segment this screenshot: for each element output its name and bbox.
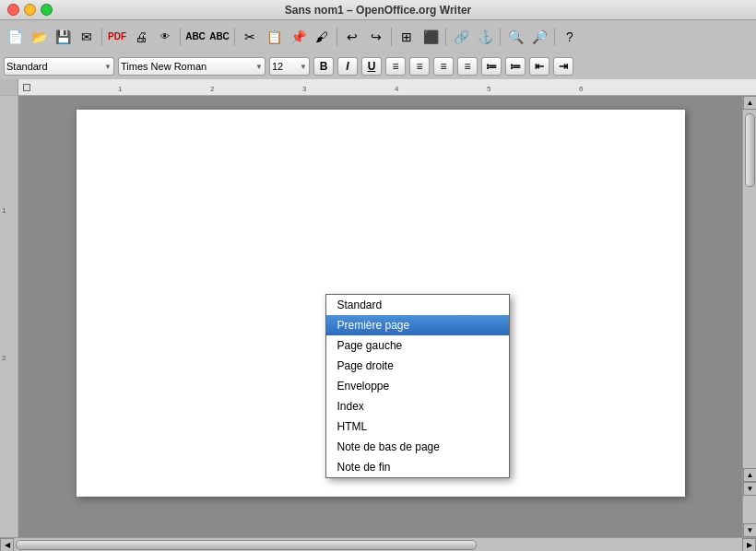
help-icon[interactable]: ? — [559, 26, 581, 48]
size-select[interactable]: 12 ▼ — [269, 57, 310, 76]
undo-icon[interactable]: ↩ — [341, 26, 363, 48]
zoom-icon[interactable]: 🔎 — [528, 26, 550, 48]
separator — [337, 28, 337, 46]
scroll-thumb[interactable] — [745, 113, 755, 187]
zoom-in-icon[interactable]: 🔍 — [504, 26, 526, 48]
autocorrect-icon[interactable]: ABC — [208, 26, 230, 48]
menu-item-html[interactable]: HTML — [326, 416, 509, 437]
menu-item-note-bas[interactable]: Note de bas de page — [326, 437, 509, 457]
ruler-tick-5: 5 — [487, 85, 490, 93]
menu-item-page-droite[interactable]: Page droite — [326, 356, 509, 376]
open-icon[interactable]: 📂 — [28, 26, 50, 48]
formatting-toolbar: Standard ▼ Times New Roman ▼ 12 ▼ B I U … — [0, 53, 756, 79]
scroll-page-down-button[interactable]: ▼ — [743, 482, 756, 496]
menu-item-premiere-page[interactable]: Première page — [326, 315, 509, 335]
cut-icon[interactable]: ✂ — [239, 26, 261, 48]
hyperlink-icon[interactable]: 🔗 — [450, 26, 472, 48]
paste-icon[interactable]: 📌 — [287, 26, 309, 48]
titlebar: Sans nom1 – OpenOffice.org Writer — [0, 0, 756, 20]
size-arrow-icon: ▼ — [300, 63, 307, 71]
ruler-corner — [0, 79, 18, 95]
list-unordered-button[interactable]: ≔ — [505, 57, 526, 76]
menu-item-standard[interactable]: Standard — [326, 295, 509, 315]
ruler-tick-3: 3 — [302, 85, 306, 93]
preview-icon[interactable]: 👁 — [154, 26, 176, 48]
font-select[interactable]: Times New Roman ▼ — [118, 57, 266, 76]
style-arrow-icon: ▼ — [104, 63, 112, 71]
document-page: Standard Première page Page gauche Page … — [77, 110, 685, 497]
scroll-right-button[interactable]: ▶ — [742, 538, 756, 552]
list-ordered-button[interactable]: ≔ — [481, 57, 502, 76]
ruler-tick-1: 1 — [118, 85, 122, 93]
left-gutter: 1 2 — [0, 96, 18, 537]
print-icon[interactable]: 🖨 — [130, 26, 152, 48]
minimize-button[interactable] — [24, 4, 36, 16]
align-left-button[interactable]: ≡ — [385, 57, 406, 76]
indent-decrease-button[interactable]: ⇤ — [529, 57, 549, 76]
menu-item-enveloppe[interactable]: Enveloppe — [326, 376, 509, 396]
insert-icon[interactable]: ⬛ — [419, 26, 442, 48]
save-icon[interactable]: 💾 — [52, 26, 74, 48]
clone-icon[interactable]: 🖌 — [311, 26, 333, 48]
separator — [500, 28, 501, 46]
document-area[interactable]: Standard Première page Page gauche Page … — [18, 96, 742, 537]
email-icon[interactable]: ✉ — [76, 26, 98, 48]
indent-increase-button[interactable]: ⇥ — [553, 57, 573, 76]
horizontal-scrollbar[interactable]: ◀ ▶ — [0, 537, 756, 551]
content-area: 1 2 Standard Première page Page gauche P… — [0, 96, 756, 551]
scroll-down-button[interactable]: ▼ — [743, 523, 756, 537]
separator — [101, 28, 102, 46]
style-value: Standard — [6, 61, 48, 72]
main-row: 1 2 Standard Première page Page gauche P… — [0, 96, 756, 537]
anchor-icon[interactable]: ⚓ — [474, 26, 496, 48]
scroll-left-button[interactable]: ◀ — [0, 538, 14, 552]
align-center-button[interactable]: ≡ — [409, 57, 430, 76]
copy-icon[interactable]: 📋 — [263, 26, 285, 48]
align-justify-button[interactable]: ≡ — [457, 57, 478, 76]
new-icon[interactable]: 📄 — [4, 26, 26, 48]
left-indent-marker — [23, 84, 30, 91]
vertical-scrollbar[interactable]: ▲ ▲ ▼ ▼ — [742, 96, 756, 537]
bold-button[interactable]: B — [313, 57, 334, 76]
close-button[interactable] — [7, 4, 19, 16]
menu-item-page-gauche[interactable]: Page gauche — [326, 335, 509, 356]
style-select[interactable]: Standard ▼ — [4, 57, 114, 76]
window-title: Sans nom1 – OpenOffice.org Writer — [285, 4, 472, 17]
scroll-track: ▲ ▼ — [743, 110, 756, 523]
menu-item-note-fin[interactable]: Note de fin — [326, 457, 509, 477]
h-scroll-thumb[interactable] — [16, 540, 477, 550]
redo-icon[interactable]: ↪ — [365, 26, 387, 48]
window-controls — [7, 4, 53, 16]
align-right-button[interactable]: ≡ — [433, 57, 454, 76]
ruler-tick-4: 4 — [395, 85, 398, 93]
scroll-page-up-button[interactable]: ▲ — [743, 468, 756, 482]
separator — [554, 28, 555, 46]
size-value: 12 — [272, 61, 283, 72]
h-scroll-track — [14, 538, 742, 552]
italic-button[interactable]: I — [337, 57, 358, 76]
font-value: Times New Roman — [121, 61, 207, 72]
ruler: 1 2 3 4 5 6 — [0, 79, 756, 96]
separator — [445, 28, 446, 46]
font-arrow-icon: ▼ — [255, 63, 263, 71]
spellcheck-icon[interactable]: ABC — [184, 26, 207, 48]
maximize-button[interactable] — [41, 4, 53, 16]
ruler-number-2: 2 — [2, 354, 6, 362]
ruler-tick-2: 2 — [210, 85, 214, 93]
pdf-icon[interactable]: PDF — [106, 26, 128, 48]
ruler-number-1: 1 — [2, 206, 6, 215]
separator — [391, 28, 392, 46]
ruler-tick-6: 6 — [579, 85, 583, 93]
underline-button[interactable]: U — [361, 57, 382, 76]
separator — [234, 28, 235, 46]
scroll-bottom-buttons: ▲ ▼ — [743, 468, 756, 496]
separator — [180, 28, 181, 46]
ruler-main: 1 2 3 4 5 6 — [18, 79, 756, 95]
style-dropdown-menu[interactable]: Standard Première page Page gauche Page … — [325, 294, 510, 478]
scroll-up-button[interactable]: ▲ — [743, 96, 756, 110]
table-icon[interactable]: ⊞ — [396, 26, 418, 48]
main-toolbar: 📄 📂 💾 ✉ PDF 🖨 👁 ABC ABC ✂ 📋 📌 🖌 ↩ ↪ ⊞ ⬛ … — [0, 20, 756, 53]
menu-item-index[interactable]: Index — [326, 396, 509, 416]
